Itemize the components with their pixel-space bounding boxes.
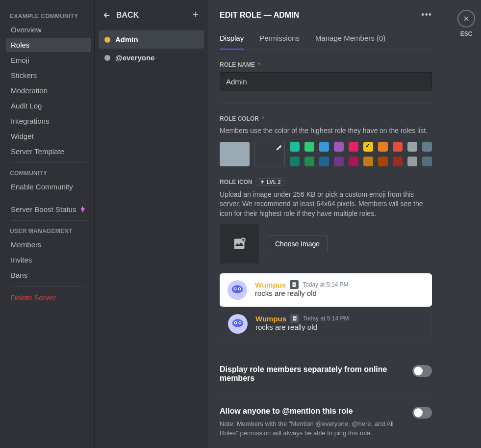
sidebar-item-audit-log[interactable]: Audit Log [6,99,91,113]
plus-icon [191,10,200,19]
page-title: Edit Role — Admin [220,11,299,20]
preview-username: Wumpus [255,315,286,323]
sidebar-item-members[interactable]: Members [6,237,91,252]
color-swatch[interactable] [290,157,300,166]
preview-timestamp: Today at 5:14 PM [303,281,348,288]
svg-point-5 [239,289,240,290]
role-icon-badge [290,280,299,289]
color-swatch[interactable] [422,157,432,166]
close-column: ESC [452,0,481,448]
color-swatch[interactable] [334,142,344,152]
close-button[interactable] [457,10,475,27]
role-name-input[interactable] [220,72,432,91]
image-add-icon [232,237,246,251]
mention-toggle-note: Note: Members with the "Mention @everyon… [220,420,403,437]
sidebar-item-server-boost-status[interactable]: Server Boost Status [6,202,91,216]
svg-point-14 [416,410,421,416]
svg-point-13 [416,369,421,374]
sidebar-item-enable-community[interactable]: Enable Community [6,180,91,194]
role-item-admin[interactable]: Admin [99,30,204,49]
preview-username: Wumpus [255,281,286,289]
sidebar-item-integrations[interactable]: Integrations [6,114,91,128]
color-swatch[interactable] [363,157,373,166]
color-swatch[interactable] [304,157,314,166]
role-color-helper: Members use the color of the highest rol… [220,126,432,136]
color-swatch[interactable] [319,142,329,152]
svg-point-11 [239,322,241,324]
role-color-label: Role Color* [220,115,432,122]
sidebar-item-emoji[interactable]: Emoji [6,53,91,67]
eyedropper-icon [276,144,282,151]
boost-icon [260,180,265,184]
role-item-label: Admin [115,35,138,44]
preview-text: rocks are really old [255,289,424,297]
role-name-label: Role Name* [220,61,432,68]
preview-message-dark: Wumpus Today at 5:14 PM rocks are really… [220,307,432,341]
color-swatch[interactable] [378,142,388,152]
default-color-swatch[interactable] [220,142,250,166]
svg-point-7 [232,319,244,328]
sidebar-item-bans[interactable]: Bans [6,268,91,282]
sidebar-item-overview[interactable]: Overview [6,23,91,37]
sidebar-item-server-template[interactable]: Server Template [6,144,91,158]
color-swatch[interactable] [290,142,300,152]
choose-image-button[interactable]: Choose Image [267,236,328,252]
color-swatch[interactable] [349,142,358,152]
close-icon [462,15,470,23]
color-swatches [290,142,432,166]
role-icon-badge [290,314,299,323]
color-swatch[interactable] [349,157,358,166]
color-swatch[interactable] [378,157,388,166]
hoist-toggle-label: Display role members separately from onl… [220,365,403,383]
role-editor: Edit Role — Admin ••• DisplayPermissions… [208,0,452,448]
back-label: Back [116,11,139,20]
mention-toggle[interactable] [412,407,432,419]
preview-text: rocks are really old [255,323,424,331]
color-swatch[interactable] [407,142,417,152]
color-swatch[interactable] [393,157,403,166]
sidebar-item-invites[interactable]: Invites [6,253,91,267]
sidebar-item-widget[interactable]: Widget [6,129,91,143]
role-color-dot [104,37,110,43]
role-list-column: Back Admin@everyone [94,0,208,448]
role-icon-label: Role Icon LVL 2 [220,178,432,186]
add-role-button[interactable] [191,10,200,21]
svg-point-12 [296,316,297,317]
custom-color-picker[interactable] [254,142,285,166]
tab-manage[interactable]: Manage Members (0) [315,28,385,49]
role-icon-helper: Upload an image under 256 KB or pick a c… [220,190,432,219]
avatar [228,314,248,334]
color-swatch[interactable] [422,142,432,152]
sidebar-item-stickers[interactable]: Stickers [6,68,91,82]
preview-timestamp: Today at 5:14 PM [303,315,349,322]
upload-image-box[interactable] [220,224,259,264]
server-name-heading: Example Community [6,10,91,23]
arrow-left-icon [102,11,111,20]
esc-label: ESC [452,30,481,37]
tab-permissions[interactable]: Permissions [259,28,300,49]
color-swatch[interactable] [393,142,403,152]
color-swatch[interactable] [363,142,373,152]
settings-sidebar: Example Community OverviewRolesEmojiStic… [0,0,94,448]
role-item-everyone[interactable]: @everyone [99,49,204,67]
sidebar-heading: Community [6,167,91,180]
svg-point-6 [295,283,296,284]
sidebar-item-delete-server[interactable]: Delete Server [6,290,91,305]
color-swatch[interactable] [407,157,417,166]
sidebar-item-roles[interactable]: Roles [6,38,91,52]
svg-point-10 [235,322,236,324]
level-badge: LVL 2 [255,178,285,186]
tab-display[interactable]: Display [220,28,244,49]
hoist-toggle[interactable] [412,365,432,377]
tabs: DisplayPermissionsManage Members (0) [220,28,432,50]
more-options-button[interactable]: ••• [421,10,432,20]
role-item-label: @everyone [115,53,155,62]
sidebar-item-moderation[interactable]: Moderation [6,83,91,98]
mention-toggle-label: Allow anyone to @mention this role [220,407,403,416]
color-swatch[interactable] [334,157,344,166]
back-button[interactable]: Back [102,11,139,20]
svg-point-1 [232,286,243,294]
color-swatch[interactable] [304,142,314,152]
boost-icon [79,206,86,213]
color-swatch[interactable] [319,157,329,166]
